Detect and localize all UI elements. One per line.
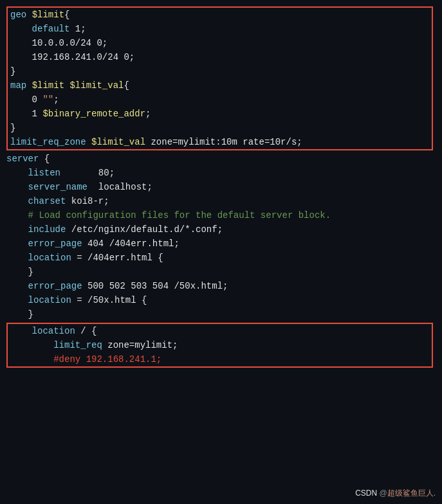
code-line: limit_req zone=mylimit; <box>8 338 432 352</box>
code-line: location / { <box>8 324 432 338</box>
watermark-handle: 超级鲨鱼巨人. <box>387 489 436 498</box>
code-line: 0 ""; <box>8 93 432 107</box>
highlight-box-1: geo $limit{ default 1; 10.0.0.0/24 0; 19… <box>6 6 433 150</box>
code-line: 1 $binary_remote_addr; <box>8 107 432 121</box>
code-line: 10.0.0.0/24 0; <box>8 36 432 50</box>
code-line: 192.168.241.0/24 0; <box>8 50 432 64</box>
watermark-separator: @ <box>377 489 387 498</box>
code-line: include /etc/nginx/default.d/*.conf; <box>6 222 436 237</box>
code-line: error_page 500 502 503 504 /50x.html; <box>6 279 436 293</box>
code-line: } <box>8 64 432 78</box>
code-line: location = /404err.html { <box>6 251 436 265</box>
code-line: default 1; <box>8 22 432 36</box>
code-line: listen 80; <box>6 166 436 180</box>
code-container: geo $limit{ default 1; 10.0.0.0/24 0; 19… <box>0 0 442 504</box>
code-line: # Load configuration files for the defau… <box>6 208 436 222</box>
watermark-site: CSDN <box>355 489 377 498</box>
code-line: } <box>6 265 436 279</box>
code-line: server { <box>6 152 436 166</box>
highlight-box-2: location / { limit_req zone=mylimit; #de… <box>6 323 433 368</box>
watermark: CSDN @超级鲨鱼巨人. <box>355 488 436 499</box>
code-line: map $limit $limit_val{ <box>8 78 432 93</box>
code-line: charset koi8-r; <box>6 194 436 208</box>
code-line: } <box>6 307 436 321</box>
code-line: location = /50x.html { <box>6 293 436 307</box>
code-line: error_page 404 /404err.html; <box>6 237 436 251</box>
code-line: server_name localhost; <box>6 180 436 194</box>
code-line: #deny 192.168.241.1; <box>8 352 432 366</box>
code-line: } <box>8 121 432 135</box>
code-line: limit_req_zone $limit_val zone=mylimit:1… <box>8 135 432 149</box>
code-line: geo $limit{ <box>8 8 432 22</box>
